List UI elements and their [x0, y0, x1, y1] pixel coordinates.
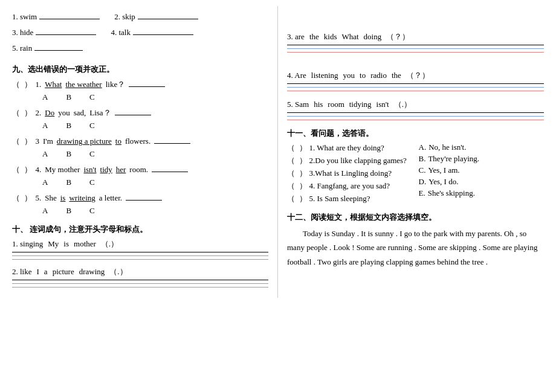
answer-line-1b — [12, 255, 268, 256]
s4r-the: the — [392, 71, 401, 80]
q1-weather: the weather — [65, 80, 102, 89]
answer-line-1c — [12, 259, 268, 260]
s4r-label: 4. Are — [287, 71, 306, 80]
ans-b-row: B. They're playing. — [419, 154, 545, 164]
section12-text: Today is Sunday . It is sunny . I go to … — [287, 227, 544, 269]
item-5-num: 5. rain — [12, 43, 32, 53]
q11-3-text: 3.What is Lingling doing? — [309, 169, 392, 178]
blank-5[interactable] — [34, 42, 83, 51]
abc-1-a: A — [42, 92, 48, 102]
q4-my: My mother — [45, 165, 80, 175]
s10-2-i: I — [37, 267, 39, 277]
abc-3-c: C — [89, 149, 95, 159]
s5r-his: his — [314, 100, 323, 109]
q11-2-paren: （ ） — [287, 155, 307, 166]
item-4-num: 4. talk — [111, 28, 131, 37]
q11-3-row: （ ） 3.What is Lingling doing? — [287, 168, 413, 179]
q5-she: She — [45, 193, 57, 203]
q-num-5: 5. — [36, 193, 42, 203]
s10-2-num: 2. like — [12, 267, 32, 277]
s3r-line2 — [287, 48, 544, 49]
abc-5-b: B — [66, 206, 71, 216]
q4-her: her — [116, 165, 126, 175]
abc-4-a: A — [42, 178, 48, 187]
q11-2-row: （ ） 2.Do you like clapping games? — [287, 155, 413, 166]
ans-d-row: D. Yes, I do. — [419, 177, 545, 187]
item-2-num: 2. skip — [114, 12, 135, 22]
abc-5-c: C — [89, 206, 95, 216]
q11-5-row: （ ） 5. Is Sam sleeping? — [287, 193, 413, 204]
s5r-room: room — [328, 100, 344, 109]
correction-2[interactable] — [115, 107, 151, 115]
ans-d-text: Yes, I do. — [428, 177, 458, 187]
s10-1-num: 1. singing — [12, 239, 43, 249]
q3-flowers: flowers. — [125, 137, 150, 146]
q3-drawing: drawing a picture — [57, 137, 112, 146]
correction-3[interactable] — [154, 135, 190, 144]
ans-b-text: They're playing. — [428, 154, 479, 164]
ans-a-text: No, he isn't. — [428, 143, 466, 152]
s3r-doing: doing — [364, 32, 382, 42]
ans-e-letter: E. — [419, 188, 425, 198]
s3r-kids: kids — [324, 32, 337, 42]
q4-room: room. — [129, 165, 148, 175]
s4r-line2 — [287, 87, 544, 88]
abc-1-b: B — [66, 92, 71, 102]
s3r-punc: （？） — [386, 31, 410, 42]
blank-2[interactable] — [138, 11, 198, 19]
s3r-line3 — [287, 52, 544, 53]
s10-1-mother: mother — [74, 239, 96, 249]
q11-3-paren: （ ） — [287, 168, 307, 179]
ans-e-row: E. She's skipping. — [419, 188, 545, 198]
ans-b-letter: B. — [419, 154, 426, 164]
s5r-tidying: tidying — [349, 100, 372, 109]
blank-3[interactable] — [36, 27, 96, 35]
item-3-num: 3. hide — [12, 28, 33, 37]
q1-like: like？ — [106, 79, 126, 90]
q5-writeing: writeing — [69, 193, 95, 203]
paren-2: （ ） — [12, 108, 32, 118]
abc-5-a: A — [42, 206, 48, 216]
abc-3-b: B — [66, 149, 71, 159]
s3r-line1 — [287, 45, 544, 45]
q11-1-paren: （ ） — [287, 143, 307, 153]
correction-4[interactable] — [152, 164, 188, 172]
paren-4: （ ） — [12, 164, 32, 175]
q11-4-row: （ ） 4. Fangfang, are you sad? — [287, 181, 413, 191]
q-num-4: 4. — [36, 165, 42, 175]
answer-line-2c — [12, 287, 268, 288]
q5-letter: a letter. — [99, 193, 122, 203]
correction-1[interactable] — [129, 79, 165, 87]
s3r-what: What — [341, 32, 358, 42]
s5r-label: 5. Sam — [287, 100, 309, 109]
q11-1-text: 1. What are they doing? — [309, 143, 384, 153]
s4r-line1 — [287, 83, 544, 84]
q-num-3: 3 — [36, 137, 40, 146]
paren-1: （ ） — [12, 79, 32, 90]
s10-1-is: is — [63, 239, 69, 249]
abc-2-a: A — [42, 121, 48, 130]
s10-2-a: a — [44, 267, 48, 277]
answer-line-1a — [12, 252, 268, 252]
ans-d-letter: D. — [419, 177, 427, 187]
s10-1-my: My — [48, 239, 59, 249]
q-num-1: 1. — [36, 80, 42, 89]
s5r-isnt: isn't — [377, 100, 389, 109]
answer-line-2b — [12, 283, 268, 284]
q4-tidy: tidy — [100, 165, 112, 175]
s4r-punc: （？） — [406, 70, 430, 81]
blank-4[interactable] — [133, 27, 193, 35]
q11-4-paren: （ ） — [287, 181, 307, 191]
correction-5[interactable] — [126, 192, 162, 201]
blank-1[interactable] — [39, 11, 100, 19]
ans-c-row: C. Yes, I am. — [419, 165, 545, 175]
q3-im: I'm — [43, 137, 53, 146]
abc-3-a: A — [42, 149, 48, 159]
abc-4-c: C — [89, 178, 95, 187]
q11-5-text: 5. Is Sam sleeping? — [309, 194, 370, 204]
s10-2-punc: （.） — [109, 266, 127, 277]
abc-2-b: B — [66, 121, 71, 130]
q5-is: is — [60, 193, 66, 203]
ans-e-text: She's skipping. — [428, 188, 475, 198]
section12-title: 十二、阅读短文，根据短文内容选择填空。 — [287, 212, 544, 223]
